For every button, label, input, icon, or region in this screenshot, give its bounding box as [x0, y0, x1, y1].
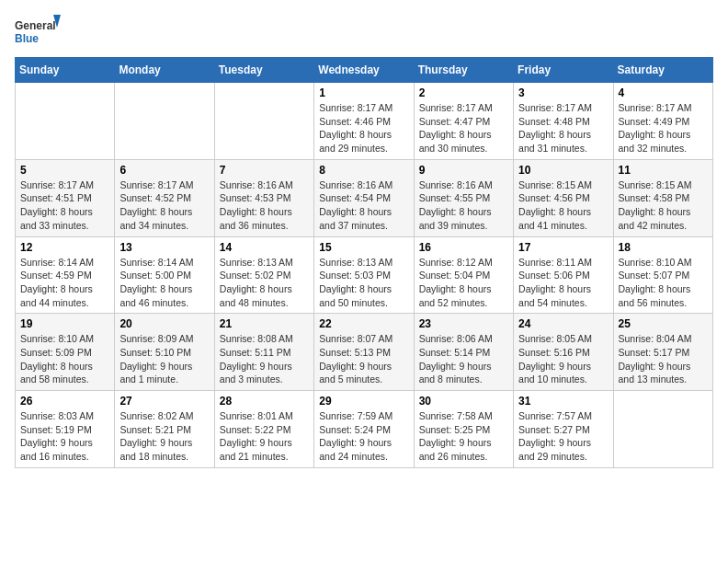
- day-number: 21: [220, 317, 309, 330]
- calendar-table: SundayMondayTuesdayWednesdayThursdayFrid…: [15, 57, 713, 468]
- day-number: 7: [220, 164, 309, 177]
- calendar-cell: 30Sunrise: 7:58 AM Sunset: 5:25 PM Dayli…: [414, 391, 513, 468]
- day-info: Sunrise: 8:14 AM Sunset: 5:00 PM Dayligh…: [119, 256, 209, 310]
- calendar-cell: 22Sunrise: 8:07 AM Sunset: 5:13 PM Dayli…: [314, 314, 414, 391]
- day-info: Sunrise: 8:14 AM Sunset: 4:59 PM Dayligh…: [20, 256, 109, 310]
- calendar-cell: 6Sunrise: 8:17 AM Sunset: 4:52 PM Daylig…: [115, 159, 214, 236]
- calendar-cell: 29Sunrise: 7:59 AM Sunset: 5:24 PM Dayli…: [314, 391, 414, 468]
- calendar-cell: 18Sunrise: 8:10 AM Sunset: 5:07 PM Dayli…: [613, 236, 712, 314]
- day-of-week-header: Sunday: [16, 58, 115, 83]
- calendar-cell: 10Sunrise: 8:15 AM Sunset: 4:56 PM Dayli…: [514, 159, 613, 236]
- day-number: 4: [619, 86, 708, 99]
- calendar-header-row: SundayMondayTuesdayWednesdayThursdayFrid…: [16, 58, 713, 83]
- calendar-cell: 31Sunrise: 7:57 AM Sunset: 5:27 PM Dayli…: [514, 391, 613, 468]
- day-info: Sunrise: 8:16 AM Sunset: 4:53 PM Dayligh…: [220, 178, 309, 233]
- calendar-cell: 12Sunrise: 8:14 AM Sunset: 4:59 PM Dayli…: [16, 236, 115, 314]
- day-number: 27: [119, 395, 209, 408]
- day-info: Sunrise: 7:58 AM Sunset: 5:25 PM Dayligh…: [419, 409, 508, 464]
- logo-svg: General Blue: [15, 15, 61, 50]
- day-number: 9: [419, 164, 508, 177]
- day-number: 24: [518, 317, 608, 330]
- calendar-cell: 7Sunrise: 8:16 AM Sunset: 4:53 PM Daylig…: [214, 159, 313, 236]
- day-of-week-header: Wednesday: [314, 58, 414, 83]
- day-info: Sunrise: 8:09 AM Sunset: 5:10 PM Dayligh…: [119, 332, 209, 386]
- day-info: Sunrise: 8:06 AM Sunset: 5:14 PM Dayligh…: [419, 332, 508, 386]
- day-info: Sunrise: 7:57 AM Sunset: 5:27 PM Dayligh…: [518, 409, 608, 464]
- day-number: 19: [20, 317, 109, 330]
- calendar-week-row: 1Sunrise: 8:17 AM Sunset: 4:46 PM Daylig…: [16, 83, 713, 160]
- day-info: Sunrise: 8:13 AM Sunset: 5:02 PM Dayligh…: [220, 256, 309, 310]
- logo: General Blue: [15, 15, 61, 50]
- calendar-cell: 8Sunrise: 8:16 AM Sunset: 4:54 PM Daylig…: [314, 159, 414, 236]
- svg-text:Blue: Blue: [15, 32, 39, 45]
- calendar-cell: 28Sunrise: 8:01 AM Sunset: 5:22 PM Dayli…: [214, 391, 313, 468]
- day-number: 16: [419, 241, 508, 254]
- day-number: 8: [319, 164, 408, 177]
- day-number: 29: [319, 395, 408, 408]
- calendar-cell: [214, 83, 313, 160]
- calendar-cell: 25Sunrise: 8:04 AM Sunset: 5:17 PM Dayli…: [613, 314, 712, 391]
- calendar-cell: 11Sunrise: 8:15 AM Sunset: 4:58 PM Dayli…: [613, 159, 712, 236]
- day-number: 12: [20, 241, 109, 254]
- calendar-cell: 13Sunrise: 8:14 AM Sunset: 5:00 PM Dayli…: [115, 236, 214, 314]
- day-number: 28: [220, 395, 309, 408]
- day-info: Sunrise: 8:17 AM Sunset: 4:52 PM Dayligh…: [119, 178, 209, 233]
- calendar-week-row: 19Sunrise: 8:10 AM Sunset: 5:09 PM Dayli…: [16, 314, 713, 391]
- calendar-cell: 16Sunrise: 8:12 AM Sunset: 5:04 PM Dayli…: [414, 236, 513, 314]
- day-number: 3: [518, 86, 608, 99]
- day-info: Sunrise: 8:12 AM Sunset: 5:04 PM Dayligh…: [419, 256, 508, 310]
- calendar-cell: 5Sunrise: 8:17 AM Sunset: 4:51 PM Daylig…: [16, 159, 115, 236]
- day-info: Sunrise: 8:07 AM Sunset: 5:13 PM Dayligh…: [319, 332, 408, 386]
- day-of-week-header: Tuesday: [214, 58, 313, 83]
- svg-text:General: General: [15, 19, 56, 32]
- day-info: Sunrise: 8:05 AM Sunset: 5:16 PM Dayligh…: [518, 332, 608, 386]
- calendar-cell: 26Sunrise: 8:03 AM Sunset: 5:19 PM Dayli…: [16, 391, 115, 468]
- day-number: 6: [119, 164, 209, 177]
- day-number: 23: [419, 317, 508, 330]
- day-number: 20: [119, 317, 209, 330]
- day-info: Sunrise: 8:01 AM Sunset: 5:22 PM Dayligh…: [220, 409, 309, 464]
- day-info: Sunrise: 8:17 AM Sunset: 4:46 PM Dayligh…: [319, 101, 408, 155]
- day-info: Sunrise: 8:15 AM Sunset: 4:56 PM Dayligh…: [518, 178, 608, 233]
- day-of-week-header: Monday: [115, 58, 214, 83]
- day-number: 5: [20, 164, 109, 177]
- day-number: 25: [619, 317, 708, 330]
- day-number: 26: [20, 395, 109, 408]
- day-number: 15: [319, 241, 408, 254]
- calendar-cell: 21Sunrise: 8:08 AM Sunset: 5:11 PM Dayli…: [214, 314, 313, 391]
- day-number: 11: [619, 164, 708, 177]
- calendar-cell: 17Sunrise: 8:11 AM Sunset: 5:06 PM Dayli…: [514, 236, 613, 314]
- day-info: Sunrise: 8:13 AM Sunset: 5:03 PM Dayligh…: [319, 256, 408, 310]
- day-info: Sunrise: 7:59 AM Sunset: 5:24 PM Dayligh…: [319, 409, 408, 464]
- page-header: General Blue: [15, 15, 713, 50]
- calendar-cell: [16, 83, 115, 160]
- calendar-cell: 9Sunrise: 8:16 AM Sunset: 4:55 PM Daylig…: [414, 159, 513, 236]
- day-info: Sunrise: 8:15 AM Sunset: 4:58 PM Dayligh…: [619, 178, 708, 233]
- day-of-week-header: Thursday: [414, 58, 513, 83]
- day-number: 14: [220, 241, 309, 254]
- day-number: 17: [518, 241, 608, 254]
- day-info: Sunrise: 8:16 AM Sunset: 4:55 PM Dayligh…: [419, 178, 508, 233]
- day-number: 13: [119, 241, 209, 254]
- calendar-cell: 15Sunrise: 8:13 AM Sunset: 5:03 PM Dayli…: [314, 236, 414, 314]
- calendar-cell: 23Sunrise: 8:06 AM Sunset: 5:14 PM Dayli…: [414, 314, 513, 391]
- calendar-cell: 27Sunrise: 8:02 AM Sunset: 5:21 PM Dayli…: [115, 391, 214, 468]
- calendar-cell: [613, 391, 712, 468]
- day-info: Sunrise: 8:17 AM Sunset: 4:47 PM Dayligh…: [419, 101, 508, 155]
- day-number: 30: [419, 395, 508, 408]
- calendar-week-row: 26Sunrise: 8:03 AM Sunset: 5:19 PM Dayli…: [16, 391, 713, 468]
- day-info: Sunrise: 8:10 AM Sunset: 5:07 PM Dayligh…: [619, 256, 708, 310]
- calendar-cell: 2Sunrise: 8:17 AM Sunset: 4:47 PM Daylig…: [414, 83, 513, 160]
- day-info: Sunrise: 8:17 AM Sunset: 4:51 PM Dayligh…: [20, 178, 109, 233]
- calendar-cell: 4Sunrise: 8:17 AM Sunset: 4:49 PM Daylig…: [613, 83, 712, 160]
- calendar-cell: [115, 83, 214, 160]
- day-info: Sunrise: 8:03 AM Sunset: 5:19 PM Dayligh…: [20, 409, 109, 464]
- day-of-week-header: Friday: [514, 58, 613, 83]
- day-info: Sunrise: 8:11 AM Sunset: 5:06 PM Dayligh…: [518, 256, 608, 310]
- calendar-week-row: 12Sunrise: 8:14 AM Sunset: 4:59 PM Dayli…: [16, 236, 713, 314]
- day-info: Sunrise: 8:08 AM Sunset: 5:11 PM Dayligh…: [220, 332, 309, 386]
- day-info: Sunrise: 8:16 AM Sunset: 4:54 PM Dayligh…: [319, 178, 408, 233]
- day-info: Sunrise: 8:10 AM Sunset: 5:09 PM Dayligh…: [20, 332, 109, 386]
- day-number: 1: [319, 86, 408, 99]
- day-number: 22: [319, 317, 408, 330]
